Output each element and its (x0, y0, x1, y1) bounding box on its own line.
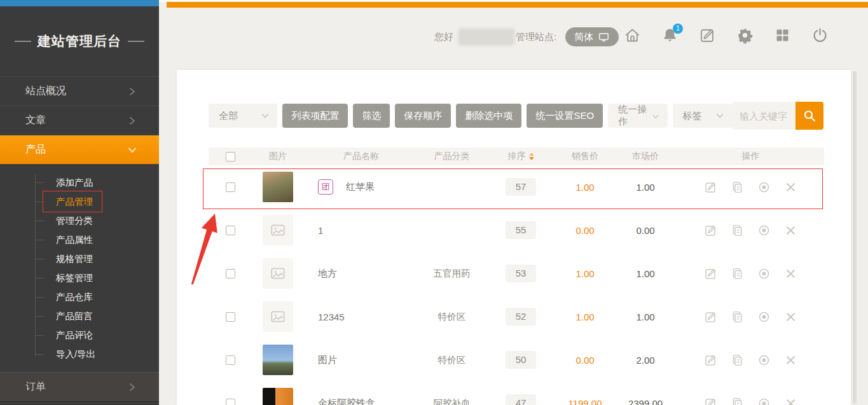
seo-settings-button[interactable]: 统一设置SEO (527, 104, 603, 128)
search-button[interactable] (796, 102, 823, 130)
submenu-item-label: 导入/导出 (56, 348, 95, 360)
product-thumbnail (263, 215, 293, 245)
table-row: 地方 五官用药 53 1.00 1.00 (209, 252, 824, 295)
row-checkbox[interactable] (226, 182, 235, 192)
submenu-item[interactable]: 产品仓库 (0, 287, 159, 306)
row-checkbox[interactable] (226, 355, 235, 365)
submenu-item[interactable]: 标签管理 (0, 268, 159, 287)
sort-value[interactable]: 52 (506, 308, 536, 326)
sort-value[interactable]: 55 (506, 221, 536, 239)
col-header-category: 产品分类 (418, 151, 485, 162)
greeting-text: 您好 (434, 31, 453, 43)
delete-x-icon[interactable] (784, 310, 797, 324)
content-scrollbar[interactable] (853, 71, 857, 404)
row-checkbox[interactable] (226, 226, 235, 235)
apps-grid-icon[interactable] (774, 27, 791, 44)
search-input[interactable] (732, 102, 796, 130)
view-eye-icon[interactable] (757, 310, 771, 324)
submenu-item-label: 标签管理 (56, 272, 93, 284)
view-eye-icon[interactable] (757, 397, 771, 405)
market-price: 0.00 (614, 225, 677, 236)
submenu-item[interactable]: 添加产品 (0, 173, 159, 192)
col-header-name: 产品名称 (304, 151, 418, 162)
col-header-sort: 排序 (508, 151, 526, 162)
settings-gear-icon[interactable] (736, 27, 754, 44)
tag-select[interactable]: 标签 (673, 104, 732, 128)
delete-x-icon[interactable] (784, 224, 797, 237)
copy-icon[interactable] (731, 354, 744, 367)
scope-select-value: 全部 (219, 110, 238, 122)
market-price: 1.00 (614, 182, 677, 193)
col-header-market-price: 市场价 (614, 151, 677, 162)
delete-selected-button[interactable]: 删除选中项 (456, 104, 521, 128)
sidebar-item-site-overview[interactable]: 站点概况 (0, 76, 159, 106)
copy-icon[interactable] (731, 310, 744, 324)
edit-icon[interactable] (704, 181, 717, 194)
submenu-item[interactable]: 产品管理 (0, 192, 159, 211)
copy-icon[interactable] (731, 224, 744, 237)
view-eye-icon[interactable] (757, 181, 771, 194)
sidebar-item-label: 站点概况 (25, 85, 66, 98)
sidebar-item-orders[interactable]: 订单 (0, 372, 159, 402)
copy-icon[interactable] (731, 267, 744, 280)
sidebar: 建站管理后台 站点概况 文章 产品 (0, 0, 159, 405)
submenu-item[interactable]: 规格管理 (0, 249, 159, 268)
sort-value[interactable]: 57 (506, 178, 536, 196)
edit-icon[interactable] (704, 397, 717, 405)
view-eye-icon[interactable] (757, 224, 771, 237)
row-checkbox[interactable] (226, 399, 235, 405)
submenu-item[interactable]: 导入/导出 (0, 345, 159, 364)
edit-icon[interactable] (704, 354, 717, 367)
chevron-right-icon (127, 382, 137, 392)
copy-icon[interactable] (731, 397, 744, 405)
edit-icon[interactable] (704, 267, 717, 280)
sort-toggle-icon[interactable] (529, 153, 534, 160)
edit-icon[interactable] (704, 224, 717, 237)
sort-value[interactable]: 50 (506, 351, 536, 369)
submenu-item[interactable]: 管理分类 (0, 211, 159, 230)
bulk-action-select[interactable]: 统一操作 (608, 104, 667, 128)
compose-edit-icon[interactable] (699, 27, 716, 44)
product-name: 红苹果 (346, 181, 375, 193)
save-order-button[interactable]: 保存顺序 (395, 104, 451, 128)
sort-value[interactable]: 53 (506, 264, 536, 282)
row-checkbox[interactable] (226, 269, 235, 278)
delete-x-icon[interactable] (784, 354, 797, 367)
copy-icon[interactable] (731, 181, 744, 194)
chevron-down-icon (715, 111, 724, 120)
row-checkbox[interactable] (226, 312, 235, 322)
language-site-pill[interactable]: 简体 (565, 27, 619, 46)
filter-button[interactable]: 筛选 (353, 104, 390, 128)
product-name: 图片 (318, 354, 337, 366)
product-thumbnail (263, 258, 293, 289)
market-price: 2.00 (614, 355, 677, 366)
submenu-item[interactable]: 产品留言 (0, 306, 159, 326)
sort-value[interactable]: 47 (506, 394, 536, 405)
view-eye-icon[interactable] (757, 354, 771, 367)
topbar-user-area: 您好 管理站点: 简体 (434, 27, 619, 47)
product-category: 特价区 (418, 354, 485, 366)
submenu-item[interactable]: 产品属性 (0, 230, 159, 249)
language-pill-label: 简体 (574, 31, 593, 43)
home-icon[interactable] (624, 27, 641, 44)
list-config-button[interactable]: 列表项配置 (282, 104, 348, 128)
view-eye-icon[interactable] (757, 267, 771, 280)
sidebar-item-products[interactable]: 产品 (0, 135, 159, 164)
sale-price: 0.00 (556, 355, 614, 366)
product-name: 1 (318, 225, 323, 236)
notifications-bell-icon[interactable]: 1 (661, 27, 679, 44)
scope-select[interactable]: 全部 (209, 104, 277, 128)
delete-x-icon[interactable] (784, 397, 797, 405)
submenu-item[interactable]: 产品评论 (0, 326, 159, 345)
submenu-item-label: 管理分类 (56, 215, 93, 227)
product-category: 特价区 (418, 311, 485, 323)
sidebar-top-accent (0, 0, 159, 6)
select-all-checkbox[interactable] (226, 152, 235, 161)
product-thumbnail (263, 301, 293, 332)
delete-x-icon[interactable] (784, 181, 797, 194)
sidebar-item-label: 订单 (25, 380, 46, 394)
power-logout-icon[interactable] (811, 27, 829, 44)
delete-x-icon[interactable] (784, 267, 797, 280)
sidebar-item-articles[interactable]: 文章 (0, 106, 159, 135)
edit-icon[interactable] (704, 310, 717, 324)
